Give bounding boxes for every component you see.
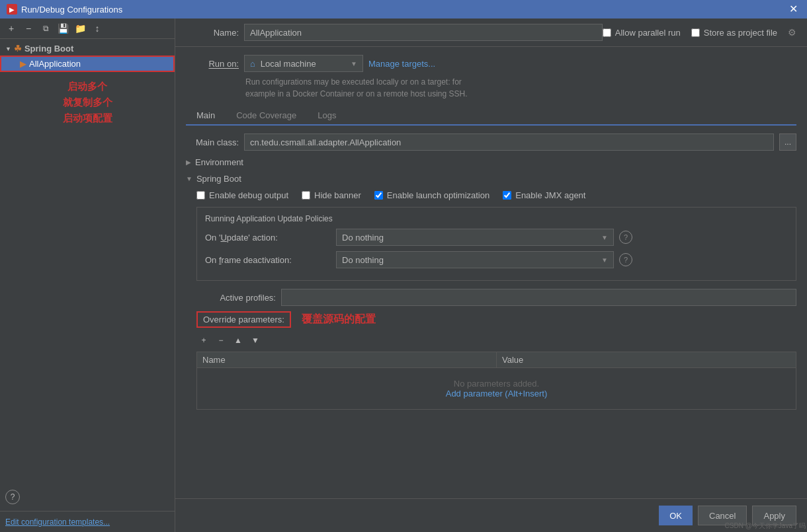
save-config-button[interactable]: 💾 xyxy=(56,21,70,36)
gear-icon[interactable]: ⚙ xyxy=(788,27,796,38)
add-config-button[interactable]: + xyxy=(4,21,19,36)
header-checkboxes: Allow parallel run Store as project file… xyxy=(603,27,796,38)
manage-targets-link[interactable]: Manage targets... xyxy=(368,59,435,69)
title-bar-left: ▶ Run/Debug Configurations xyxy=(7,4,122,15)
sort-button[interactable]: ↕ xyxy=(90,21,105,36)
name-input[interactable] xyxy=(244,24,603,41)
override-section: Override parameters: 覆盖源码的配置 + − ▲ ▼ xyxy=(196,311,796,410)
main-class-input[interactable] xyxy=(244,133,774,151)
params-table: Name Value No parameters added. Add para… xyxy=(196,352,796,410)
frame-deact-label: On frame deactivation: xyxy=(205,255,331,265)
allow-parallel-label[interactable]: Allow parallel run xyxy=(603,28,681,38)
edit-templates-link[interactable]: Edit configuration templates... xyxy=(5,517,110,527)
add-param-button[interactable]: + xyxy=(196,333,211,348)
jmx-agent-checkbox[interactable] xyxy=(503,191,511,200)
update-action-value: Do nothing xyxy=(342,233,384,243)
dialog-title: Run/Debug Configurations xyxy=(21,5,122,15)
annotation-text: 启动多个就复制多个启动项配置 xyxy=(0,72,175,133)
frame-deact-arrow-icon: ▼ xyxy=(601,256,608,264)
frame-deact-help-button[interactable]: ? xyxy=(619,253,632,266)
all-application-label: AllApplication xyxy=(29,59,81,69)
hide-banner-option[interactable]: Hide banner xyxy=(302,190,361,200)
debug-output-checkbox[interactable] xyxy=(196,191,205,200)
name-row: Name: xyxy=(186,24,603,41)
springboot-options: Enable debug output Hide banner Enable l… xyxy=(196,190,796,200)
environment-label: Environment xyxy=(195,157,243,167)
hide-banner-label: Hide banner xyxy=(314,190,361,200)
ok-button[interactable]: OK xyxy=(659,506,693,525)
frame-deact-value: Do nothing xyxy=(342,255,384,265)
tab-logs[interactable]: Logs xyxy=(307,106,347,126)
dialog-body: + − ⧉ 💾 📁 ↕ ▼ ☘ Spring Boot ▶ AllApplica… xyxy=(0,19,807,532)
active-profiles-input[interactable] xyxy=(281,289,796,306)
params-empty: No parameters added. Add parameter (Alt+… xyxy=(197,368,796,409)
store-project-label[interactable]: Store as project file xyxy=(691,28,777,38)
override-annotation: 覆盖源码的配置 xyxy=(302,313,376,326)
override-params-label-box: Override parameters: xyxy=(196,311,291,328)
springboot-header[interactable]: ▼ Spring Boot xyxy=(186,174,796,184)
update-action-arrow-icon: ▼ xyxy=(601,234,608,241)
update-action-help-button[interactable]: ? xyxy=(619,231,632,244)
springboot-section: ▼ Spring Boot Enable debug output Hide b… xyxy=(186,174,796,410)
hint-text: Run configurations may be executed local… xyxy=(245,76,796,100)
run-on-value: Local machine xyxy=(261,59,316,69)
spring-boot-group-label: Spring Boot xyxy=(24,44,73,54)
active-profiles-label: Active profiles: xyxy=(196,293,276,303)
close-button[interactable]: ✕ xyxy=(786,4,800,15)
update-action-dropdown[interactable]: Do nothing ▼ xyxy=(336,229,614,246)
col-name-header: Name xyxy=(197,352,497,367)
main-class-row: Main class: ... xyxy=(186,133,796,151)
dialog-icon: ▶ xyxy=(7,4,17,15)
remove-param-button[interactable]: − xyxy=(214,333,228,348)
move-down-button[interactable]: ▼ xyxy=(248,333,263,348)
right-content: Run on: ⌂ Local machine ▼ Manage targets… xyxy=(175,47,807,498)
override-params-label: Override parameters: xyxy=(203,315,284,324)
frame-deact-dropdown[interactable]: Do nothing ▼ xyxy=(336,251,614,268)
left-bottom: Edit configuration templates... xyxy=(0,511,175,532)
frame-deact-row: On frame deactivation: Do nothing ▼ ? xyxy=(205,251,788,268)
run-on-label: Run on: xyxy=(186,59,239,69)
add-param-link[interactable]: Add parameter (Alt+Insert) xyxy=(446,389,548,399)
left-panel: + − ⧉ 💾 📁 ↕ ▼ ☘ Spring Boot ▶ AllApplica… xyxy=(0,19,175,532)
spring-boot-group[interactable]: ▼ ☘ Spring Boot xyxy=(0,42,175,56)
name-label: Name: xyxy=(186,28,239,38)
launch-opt-checkbox[interactable] xyxy=(374,191,383,200)
copy-config-button[interactable]: ⧉ xyxy=(38,21,53,36)
policies-section: Running Application Update Policies On '… xyxy=(196,207,796,281)
watermark: CSDN @今天你学Java了吗 xyxy=(725,521,806,531)
launch-opt-label: Enable launch optimization xyxy=(387,190,489,200)
allow-parallel-checkbox[interactable] xyxy=(603,28,611,37)
active-profiles-row: Active profiles: xyxy=(196,289,796,306)
app-icon: ▶ xyxy=(20,59,26,69)
launch-opt-option[interactable]: Enable launch optimization xyxy=(374,190,489,200)
springboot-label: Spring Boot xyxy=(196,174,241,184)
right-panel: Name: Allow parallel run Store as projec… xyxy=(175,19,807,532)
params-table-header: Name Value xyxy=(197,352,796,368)
jmx-agent-label: Enable JMX agent xyxy=(515,190,585,200)
run-on-dropdown[interactable]: ⌂ Local machine ▼ xyxy=(244,55,363,72)
environment-section[interactable]: ▶ Environment xyxy=(186,157,796,167)
run-on-arrow-icon: ▼ xyxy=(351,60,357,67)
all-application-item[interactable]: ▶ AllApplication xyxy=(0,56,175,72)
main-class-label: Main class: xyxy=(186,137,239,147)
browse-main-class-button[interactable]: ... xyxy=(779,133,796,151)
env-arrow-icon: ▶ xyxy=(186,159,191,166)
hide-banner-checkbox[interactable] xyxy=(302,191,310,200)
jmx-agent-option[interactable]: Enable JMX agent xyxy=(503,190,585,200)
override-header: Override parameters: 覆盖源码的配置 xyxy=(196,311,796,328)
remove-config-button[interactable]: − xyxy=(21,21,36,36)
policies-title: Running Application Update Policies xyxy=(205,214,788,223)
left-toolbar: + − ⧉ 💾 📁 ↕ xyxy=(0,19,175,39)
run-on-row: Run on: ⌂ Local machine ▼ Manage targets… xyxy=(186,55,796,72)
tab-main[interactable]: Main xyxy=(186,106,226,126)
run-debug-dialog: ▶ Run/Debug Configurations ✕ + − ⧉ 💾 📁 ↕… xyxy=(0,0,807,532)
tab-code-coverage[interactable]: Code Coverage xyxy=(226,106,307,126)
folder-button[interactable]: 📁 xyxy=(73,21,87,36)
bottom-bar: OK Cancel Apply xyxy=(175,498,807,532)
store-project-checkbox[interactable] xyxy=(691,28,700,37)
move-up-button[interactable]: ▲ xyxy=(231,333,245,348)
tab-bar: Main Code Coverage Logs xyxy=(186,106,796,126)
help-button[interactable]: ? xyxy=(5,490,20,504)
config-tree: ▼ ☘ Spring Boot ▶ AllApplication 启动多个就复制… xyxy=(0,39,175,264)
debug-output-option[interactable]: Enable debug output xyxy=(196,190,288,200)
